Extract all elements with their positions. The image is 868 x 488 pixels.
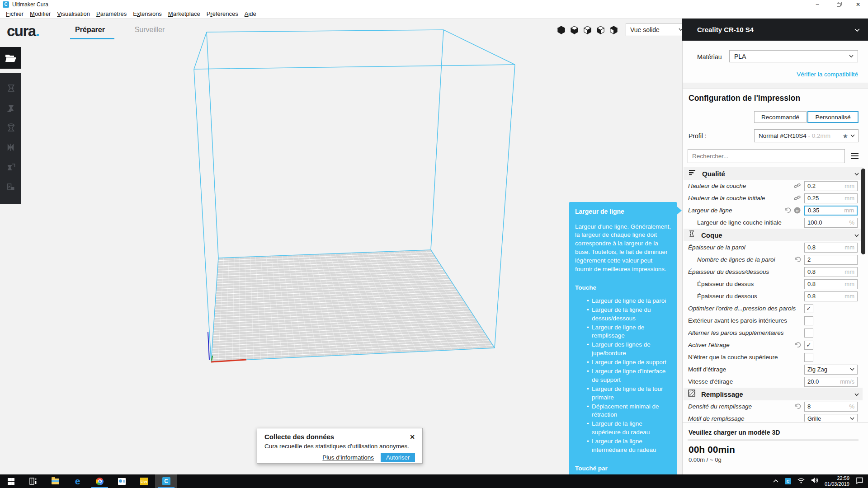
support-blocker-icon[interactable] (6, 183, 16, 194)
move-tool-icon[interactable] (6, 84, 16, 95)
allow-button[interactable]: Autoriser (381, 453, 415, 462)
view-front-icon[interactable] (570, 26, 579, 36)
clock[interactable]: 22:59 01/03/2019 (825, 475, 849, 487)
open-file-button[interactable] (0, 47, 21, 69)
function-icon[interactable]: fx (794, 207, 801, 214)
per-model-settings-icon[interactable] (6, 163, 16, 174)
volume-icon[interactable] (811, 477, 818, 485)
taskbar-file-explorer[interactable] (44, 474, 66, 488)
view-right-icon[interactable] (609, 26, 618, 36)
tab-prepare[interactable]: Préparer (72, 26, 108, 34)
menu-modifier[interactable]: Modifier (27, 10, 54, 17)
setting-unit: mm (844, 207, 857, 214)
section-label: Coque (701, 231, 854, 239)
wifi-icon[interactable] (797, 477, 805, 485)
menu-preferences[interactable]: Préférences (203, 10, 241, 17)
hidden-icons-chevron[interactable] (773, 479, 778, 484)
settings-menu-icon[interactable] (851, 153, 859, 159)
restore-icon (837, 2, 842, 7)
load-model-message: Veuillez charger un modèle 3D (689, 429, 780, 436)
setting-row: Largeur de lignefx 0.35 mm (684, 204, 863, 216)
view-3d-icon[interactable] (557, 26, 566, 36)
recommended-mode-button[interactable]: Recommandé (754, 111, 807, 123)
setting-select[interactable]: Zig Zag (804, 365, 858, 375)
taskbar-task-view[interactable] (22, 474, 44, 488)
setting-checkbox[interactable] (804, 316, 813, 325)
setting-checkbox[interactable] (804, 353, 813, 362)
revert-icon[interactable] (794, 404, 801, 409)
view-left-icon[interactable] (596, 26, 605, 36)
taskbar-live[interactable]: Live (133, 474, 155, 488)
restore-button[interactable] (829, 0, 849, 9)
section-header-shell[interactable]: Coque (684, 229, 863, 241)
revert-icon[interactable] (784, 207, 791, 213)
setting-checkbox[interactable] (804, 328, 813, 338)
check-compatibility-link[interactable]: Vérifier la compatibilité (682, 71, 858, 78)
section-header-quality[interactable]: Qualité (684, 167, 863, 180)
setting-row: Hauteur de la couche initiale 0.25 mm (684, 192, 863, 204)
section-header-infill[interactable]: Remplissage (684, 388, 863, 400)
tab-monitor[interactable]: Surveiller (132, 26, 168, 34)
setting-label: Nombre de lignes de la paroi (688, 256, 794, 263)
taskbar-start[interactable] (0, 474, 22, 488)
view-mode-select[interactable]: Vue solide (626, 23, 687, 36)
setting-input[interactable]: 100.0 % (804, 218, 858, 228)
view-top-icon[interactable] (583, 26, 592, 36)
setting-unit: % (849, 219, 857, 226)
setting-checkbox[interactable]: ✓ (804, 304, 813, 313)
machine-selector[interactable]: Creality CR-10 S4 (682, 19, 868, 41)
setting-select[interactable]: Grille (804, 414, 858, 422)
menu-visualisation[interactable]: Visualisation (54, 10, 93, 17)
panel-separator (683, 83, 868, 89)
setting-input[interactable]: 0.8 mm (804, 279, 858, 289)
setting-input[interactable]: 0.8 mm (804, 291, 858, 301)
material-select[interactable]: PLA (729, 50, 858, 62)
profile-select[interactable]: Normal #CR10S4 - 0.2mm ★ (754, 129, 859, 142)
setting-row: Extérieur avant les parois intérieures (684, 314, 863, 327)
custom-mode-button[interactable]: Personnalisé (807, 111, 859, 123)
close-icon[interactable]: ✕ (410, 433, 415, 441)
quality-icon (688, 169, 696, 178)
minimize-button[interactable]: – (807, 0, 827, 9)
material-label: Matériau (697, 53, 722, 61)
more-information-link[interactable]: Plus d'informations (322, 454, 374, 461)
tooltip-list-item: Largeur de ligne de la paroi (587, 297, 671, 305)
rotate-tool-icon[interactable] (6, 123, 16, 135)
setting-input[interactable]: 20.0 mm/s (804, 377, 858, 387)
action-center-icon[interactable] (856, 477, 863, 486)
setting-input[interactable]: 2 (804, 255, 858, 265)
setting-checkbox[interactable]: ✓ (804, 341, 813, 350)
setting-label: N'étirer que la couche supérieure (688, 354, 801, 361)
taskbar-presentation[interactable] (111, 474, 133, 488)
search-input[interactable] (688, 153, 844, 160)
menu-fichier[interactable]: Fichier (3, 10, 27, 17)
mirror-tool-icon[interactable] (6, 143, 16, 154)
setting-input[interactable]: 0.8 mm (804, 243, 858, 253)
chevron-down-icon (850, 368, 857, 371)
setting-row: Largeur de ligne couche initiale 100.0 % (684, 216, 863, 229)
setting-unit: mm (844, 244, 857, 251)
setting-label: Motif de remplissage (688, 415, 801, 422)
menu-parametres[interactable]: Paramètres (93, 10, 130, 17)
revert-icon[interactable] (794, 342, 801, 348)
revert-icon[interactable] (794, 257, 801, 263)
menu-aide[interactable]: Aide (241, 10, 259, 17)
taskbar-edge[interactable]: e (66, 474, 89, 488)
setting-input[interactable]: 0.25 mm (804, 193, 858, 203)
setting-input[interactable]: 8 % (804, 402, 858, 412)
tooltip-list-item: Déplacement minimal de rétraction (587, 403, 671, 420)
setting-input[interactable]: 0.35 mm (804, 206, 858, 216)
scale-tool-icon[interactable] (6, 103, 16, 115)
setting-row: Motif d'étirage Zig Zag (684, 363, 863, 375)
taskbar-cura[interactable]: C (155, 474, 177, 488)
menu-marketplace[interactable]: Marketplace (165, 10, 203, 17)
cura-tray-icon[interactable]: C (785, 478, 791, 484)
profile-value: Normal #CR10S4 - 0.2mm (755, 132, 842, 139)
setting-input[interactable]: 0.8 mm (804, 267, 858, 277)
menu-extensions[interactable]: Extensions (130, 10, 165, 17)
taskbar-chrome[interactable] (89, 474, 111, 488)
close-button[interactable]: ✕ (848, 0, 868, 9)
setting-input[interactable]: 0.2 mm (804, 181, 858, 191)
settings-scrollbar[interactable] (861, 169, 865, 254)
setting-row: Activer l'étirage✓ (684, 339, 863, 351)
